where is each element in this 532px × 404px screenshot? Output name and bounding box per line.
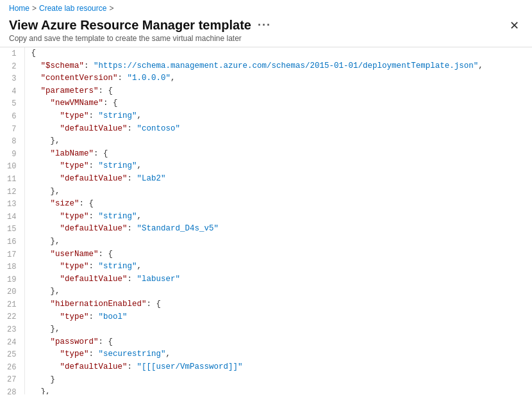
line-number: 15 [0, 223, 24, 236]
page-title: View Azure Resource Manager template [9, 18, 251, 33]
line-content: "type": "string", [24, 110, 532, 123]
code-table: 1{2 "$schema": "https://schema.managemen… [0, 47, 532, 394]
line-content: "type": "string", [24, 211, 532, 223]
line-number: 10 [0, 160, 24, 173]
line-content: "contentVersion": "1.0.0.0", [24, 72, 532, 85]
line-content: }, [24, 286, 532, 298]
line-number: 18 [0, 261, 24, 273]
table-row: 26 "defaultValue": "[[[user/VmPassword]]… [0, 361, 532, 374]
line-content: "userName": { [24, 248, 532, 261]
subtitle: Copy and save the template to create the… [0, 34, 532, 47]
line-content: }, [24, 386, 532, 394]
line-number: 4 [0, 85, 24, 98]
table-row: 25 "type": "securestring", [0, 348, 532, 361]
line-number: 25 [0, 348, 24, 361]
line-content: "defaultValue": "contoso" [24, 123, 532, 136]
line-content: "$schema": "https://schema.management.az… [24, 60, 532, 73]
breadcrumb-create[interactable]: Create lab resource [39, 4, 106, 13]
table-row: 3 "contentVersion": "1.0.0.0", [0, 72, 532, 85]
table-row: 7 "defaultValue": "contoso" [0, 123, 532, 136]
line-number: 19 [0, 273, 24, 286]
table-row: 28 }, [0, 386, 532, 394]
line-number: 28 [0, 386, 24, 394]
table-row: 5 "newVMName": { [0, 97, 532, 110]
table-row: 8 }, [0, 135, 532, 148]
table-row: 15 "defaultValue": "Standard_D4s_v5" [0, 223, 532, 236]
line-content: "type": "bool" [24, 311, 532, 323]
breadcrumb-sep1: > [32, 4, 37, 13]
table-row: 2 "$schema": "https://schema.management.… [0, 60, 532, 73]
table-row: 22 "type": "bool" [0, 311, 532, 323]
close-button[interactable]: ✕ [506, 19, 523, 33]
line-content: { [24, 47, 532, 60]
table-row: 19 "defaultValue": "labuser" [0, 273, 532, 286]
line-number: 8 [0, 135, 24, 148]
line-number: 9 [0, 148, 24, 161]
table-row: 27 } [0, 373, 532, 386]
line-number: 24 [0, 336, 24, 349]
table-row: 18 "type": "string", [0, 261, 532, 273]
table-row: 16 }, [0, 236, 532, 248]
line-number: 1 [0, 47, 24, 60]
line-content: "defaultValue": "labuser" [24, 273, 532, 286]
line-content: "hibernationEnabled": { [24, 298, 532, 311]
line-number: 27 [0, 373, 24, 386]
line-number: 14 [0, 211, 24, 223]
line-number: 3 [0, 72, 24, 85]
line-number: 23 [0, 323, 24, 336]
line-content: "type": "string", [24, 160, 532, 173]
line-number: 20 [0, 286, 24, 298]
table-row: 20 }, [0, 286, 532, 298]
table-row: 24 "password": { [0, 336, 532, 349]
line-number: 7 [0, 123, 24, 136]
table-row: 1{ [0, 47, 532, 60]
line-number: 5 [0, 97, 24, 110]
table-row: 6 "type": "string", [0, 110, 532, 123]
line-content: }, [24, 186, 532, 198]
line-number: 26 [0, 361, 24, 374]
line-content: "parameters": { [24, 85, 532, 98]
more-options-icon[interactable]: ··· [258, 19, 271, 32]
table-row: 13 "size": { [0, 198, 532, 211]
line-content: "defaultValue": "Lab2" [24, 173, 532, 186]
line-number: 12 [0, 186, 24, 198]
line-number: 16 [0, 236, 24, 248]
table-row: 23 }, [0, 323, 532, 336]
line-content: "type": "securestring", [24, 348, 532, 361]
table-row: 9 "labName": { [0, 148, 532, 161]
line-content: "password": { [24, 336, 532, 349]
table-row: 10 "type": "string", [0, 160, 532, 173]
line-content: "size": { [24, 198, 532, 211]
line-content: }, [24, 135, 532, 148]
table-row: 14 "type": "string", [0, 211, 532, 223]
header-row: View Azure Resource Manager template ···… [0, 15, 532, 34]
line-content: "defaultValue": "[[[user/VmPassword]]" [24, 361, 532, 374]
line-number: 2 [0, 60, 24, 73]
line-number: 22 [0, 311, 24, 323]
table-row: 21 "hibernationEnabled": { [0, 298, 532, 311]
table-row: 4 "parameters": { [0, 85, 532, 98]
line-content: } [24, 373, 532, 386]
breadcrumb: Home > Create lab resource > [0, 0, 532, 15]
line-number: 17 [0, 248, 24, 261]
table-row: 17 "userName": { [0, 248, 532, 261]
table-row: 11 "defaultValue": "Lab2" [0, 173, 532, 186]
line-content: "labName": { [24, 148, 532, 161]
table-row: 12 }, [0, 186, 532, 198]
line-content: }, [24, 323, 532, 336]
line-content: "defaultValue": "Standard_D4s_v5" [24, 223, 532, 236]
line-content: "newVMName": { [24, 97, 532, 110]
line-number: 13 [0, 198, 24, 211]
breadcrumb-home[interactable]: Home [9, 4, 29, 13]
line-content: "type": "string", [24, 261, 532, 273]
line-content: }, [24, 236, 532, 248]
breadcrumb-sep2: > [109, 4, 113, 13]
line-number: 6 [0, 110, 24, 123]
line-number: 11 [0, 173, 24, 186]
line-number: 21 [0, 298, 24, 311]
code-panel[interactable]: 1{2 "$schema": "https://schema.managemen… [0, 47, 532, 394]
header-left: View Azure Resource Manager template ··· [9, 18, 271, 33]
